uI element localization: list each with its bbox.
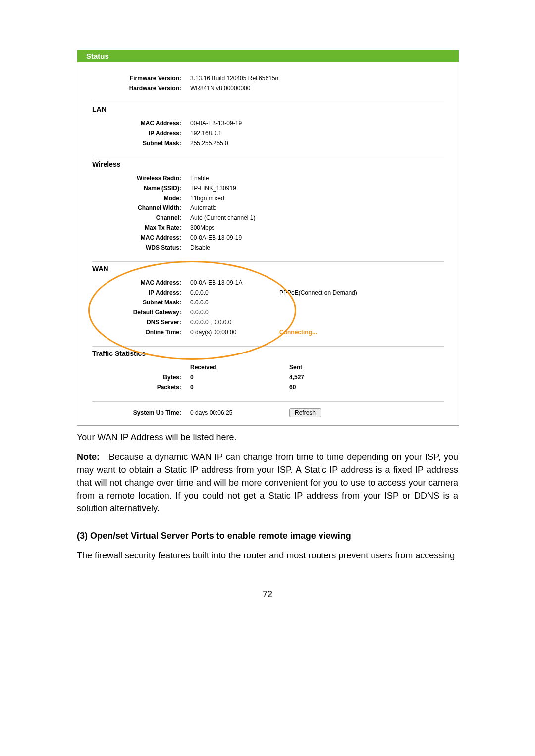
wireless-tx-row: Max Tx Rate: 300Mbps [92, 223, 444, 233]
wan-dns-value: 0.0.0.0 , 0.0.0.0 [190, 319, 231, 326]
wireless-wds-label: WDS Status: [92, 244, 190, 251]
firmware-version-label: Firmware Version: [92, 75, 190, 82]
wan-online-label: Online Time: [92, 329, 190, 336]
wireless-radio-row: Wireless Radio: Enable [92, 173, 444, 183]
wan-dns-label: DNS Server: [92, 319, 190, 326]
wan-subnet-value: 0.0.0.0 [190, 299, 209, 306]
traffic-section-title: Traffic Statistics [92, 350, 444, 357]
traffic-packets-sent: 60 [289, 384, 388, 391]
wireless-mac-label: MAC Address: [92, 234, 190, 241]
wireless-radio-value: Enable [190, 175, 209, 182]
traffic-bytes-recv: 0 [190, 374, 289, 381]
note-body: Because a dynamic WAN IP can change from… [77, 452, 458, 513]
wireless-wds-row: WDS Status: Disable [92, 243, 444, 252]
lan-subnet-value: 255.255.255.0 [190, 140, 228, 147]
hardware-version-row: Hardware Version: WR841N v8 00000000 [92, 83, 444, 93]
hardware-version-value: WR841N v8 00000000 [190, 85, 250, 92]
wan-mac-value: 00-0A-EB-13-09-1A [190, 279, 242, 286]
wireless-mode-row: Mode: 11bgn mixed [92, 193, 444, 203]
wireless-mac-value: 00-0A-EB-13-09-19 [190, 234, 242, 241]
divider [92, 261, 444, 262]
wireless-width-value: Automatic [190, 204, 216, 211]
wireless-channel-row: Channel: Auto (Current channel 1) [92, 213, 444, 223]
wan-ip-value: 0.0.0.0 [190, 289, 235, 296]
lan-subnet-label: Subnet Mask: [92, 140, 190, 147]
lan-mac-row: MAC Address: 00-0A-EB-13-09-19 [92, 118, 444, 128]
wireless-mode-value: 11bgn mixed [190, 195, 224, 202]
wan-online-value: 0 day(s) 00:00:00 [190, 329, 250, 336]
section-heading: (3) Open/set Virtual Server Ports to ena… [77, 529, 458, 542]
traffic-packets-recv: 0 [190, 384, 289, 391]
uptime-row: System Up Time: 0 days 00:06:25 Refresh [92, 404, 444, 418]
traffic-packets-label: Packets: [92, 384, 190, 391]
page-number: 72 [77, 589, 458, 600]
wireless-section-title: Wireless [92, 160, 444, 168]
traffic-packets-row: Packets: 0 60 [92, 382, 444, 392]
wan-gw-value: 0.0.0.0 [190, 309, 209, 316]
lan-ip-row: IP Address: 192.168.0.1 [92, 128, 444, 138]
lan-subnet-row: Subnet Mask: 255.255.255.0 [92, 138, 444, 148]
wireless-wds-value: Disable [190, 244, 210, 251]
refresh-button[interactable]: Refresh [289, 408, 321, 417]
lan-section-title: LAN [92, 105, 444, 113]
firmware-version-value: 3.13.16 Build 120405 Rel.65615n [190, 75, 278, 82]
wan-subnet-row: Subnet Mask: 0.0.0.0 [92, 298, 444, 307]
traffic-recv-header: Received [190, 364, 289, 371]
wan-mac-row: MAC Address: 00-0A-EB-13-09-1A [92, 278, 444, 288]
lan-mac-label: MAC Address: [92, 120, 190, 127]
traffic-bytes-row: Bytes: 0 4,527 [92, 372, 444, 382]
screenshot-caption: Your WAN IP Address will be listed here. [77, 431, 458, 444]
uptime-label: System Up Time: [92, 409, 190, 416]
divider [92, 102, 444, 102]
wan-ip-label: IP Address: [92, 289, 190, 296]
lan-mac-value: 00-0A-EB-13-09-19 [190, 120, 242, 127]
wan-ip-type: PPPoE(Connect on Demand) [279, 289, 357, 296]
wan-subnet-label: Subnet Mask: [92, 299, 190, 306]
wan-mac-label: MAC Address: [92, 279, 190, 286]
hardware-version-label: Hardware Version: [92, 85, 190, 92]
wireless-width-row: Channel Width: Automatic [92, 203, 444, 213]
wireless-tx-value: 300Mbps [190, 224, 214, 231]
lan-ip-value: 192.168.0.1 [190, 130, 221, 137]
router-status-panel: Status Firmware Version: 3.13.16 Build 1… [77, 50, 459, 426]
wireless-ssid-value: TP-LINK_130919 [190, 185, 236, 192]
status-title-bar: Status [77, 50, 459, 62]
wireless-mode-label: Mode: [92, 195, 190, 202]
wan-ip-row: IP Address: 0.0.0.0 PPPoE(Connect on Dem… [92, 288, 444, 298]
lan-ip-label: IP Address: [92, 130, 190, 137]
wan-dns-row: DNS Server: 0.0.0.0 , 0.0.0.0 [92, 317, 444, 327]
uptime-value: 0 days 00:06:25 [190, 409, 250, 416]
traffic-header-row: Received Sent [92, 362, 444, 372]
traffic-bytes-sent: 4,527 [289, 374, 388, 381]
divider [92, 157, 444, 157]
wireless-channel-value: Auto (Current channel 1) [190, 214, 255, 221]
wireless-radio-label: Wireless Radio: [92, 175, 190, 182]
body-paragraph-2: The firewall security features built int… [77, 549, 458, 562]
wireless-width-label: Channel Width: [92, 204, 190, 211]
divider [92, 401, 444, 402]
wireless-mac-row: MAC Address: 00-0A-EB-13-09-19 [92, 233, 444, 243]
wireless-ssid-label: Name (SSID): [92, 185, 190, 192]
wan-online-status: Connecting... [279, 329, 317, 336]
firmware-version-row: Firmware Version: 3.13.16 Build 120405 R… [92, 73, 444, 83]
traffic-sent-header: Sent [289, 364, 388, 371]
status-title: Status [86, 52, 109, 60]
divider [92, 346, 444, 347]
wireless-ssid-row: Name (SSID): TP-LINK_130919 [92, 183, 444, 193]
wan-section-title: WAN [92, 265, 444, 273]
wireless-channel-label: Channel: [92, 214, 190, 221]
traffic-bytes-label: Bytes: [92, 374, 190, 381]
wan-online-row: Online Time: 0 day(s) 00:00:00 Connectin… [92, 327, 444, 337]
wan-gw-row: Default Gateway: 0.0.0.0 [92, 307, 444, 317]
note-paragraph: Note: Because a dynamic WAN IP can chang… [77, 451, 458, 515]
wan-gw-label: Default Gateway: [92, 309, 190, 316]
wireless-tx-label: Max Tx Rate: [92, 224, 190, 231]
note-label: Note: [77, 452, 100, 462]
